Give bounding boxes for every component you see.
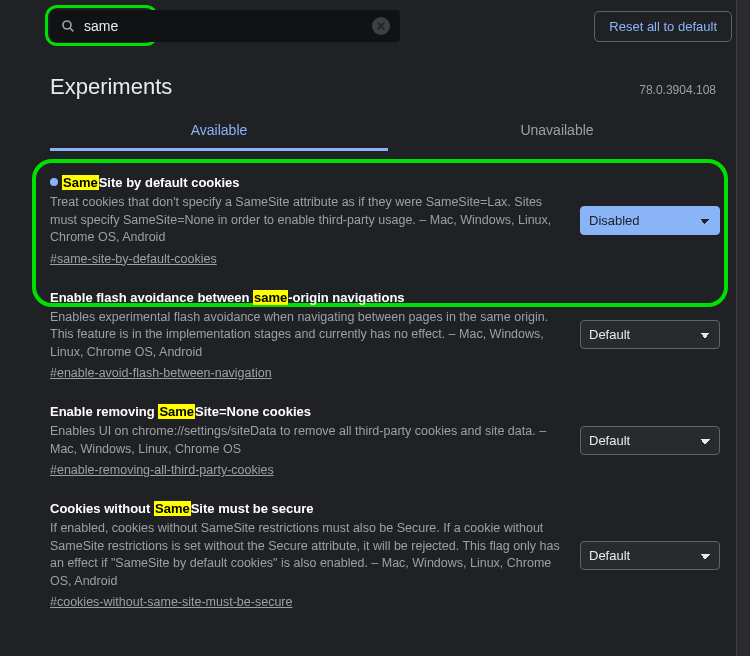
flag-title: Cookies without SameSite must be secure [50, 501, 560, 516]
flag-description: Enables experimental flash avoidance whe… [50, 309, 560, 362]
flag-description: Treat cookies that don't specify a SameS… [50, 194, 560, 247]
flag-title-pre: Cookies without [50, 501, 154, 516]
flag-title-pre: Enable flash avoidance between [50, 290, 253, 305]
flag-title: Enable flash avoidance between same-orig… [50, 290, 560, 305]
search-highlight: Same [158, 404, 195, 419]
content-area: Experiments 78.0.3904.108 Available Unav… [0, 52, 750, 621]
flag-title: SameSite by default cookies [50, 175, 560, 190]
flag-select-wrap: DefaultEnabledDisabled [580, 426, 720, 455]
flag-title-post: Site=None cookies [195, 404, 311, 419]
modified-dot-icon [50, 178, 58, 186]
search-highlight: same [253, 290, 288, 305]
flag-state-select[interactable]: DefaultEnabledDisabled [580, 541, 720, 570]
search-field-wrap [50, 10, 400, 42]
flag-body: Cookies without SameSite must be secureI… [50, 501, 560, 609]
flag-body: SameSite by default cookiesTreat cookies… [50, 175, 560, 266]
search-highlight: Same [62, 175, 99, 190]
flag-title-post: Site must be secure [191, 501, 314, 516]
flag-description: If enabled, cookies without SameSite res… [50, 520, 560, 590]
flag-hash-link[interactable]: #cookies-without-same-site-must-be-secur… [50, 595, 292, 609]
flag-title-post: Site by default cookies [99, 175, 240, 190]
tabs: Available Unavailable [50, 110, 726, 151]
scrollbar-track[interactable] [736, 0, 750, 656]
reset-all-button[interactable]: Reset all to default [594, 11, 732, 42]
tab-available[interactable]: Available [50, 110, 388, 151]
tab-unavailable[interactable]: Unavailable [388, 110, 726, 151]
flag-select-wrap: DefaultEnabledDisabled [580, 206, 720, 235]
flag-title-pre: Enable removing [50, 404, 158, 419]
flag-state-select[interactable]: DefaultEnabledDisabled [580, 206, 720, 235]
search-input[interactable] [84, 18, 372, 34]
flag-row: Cookies without SameSite must be secureI… [50, 489, 726, 621]
header-row: Experiments 78.0.3904.108 [50, 74, 726, 100]
flag-hash-link[interactable]: #enable-removing-all-third-party-cookies [50, 463, 274, 477]
search-icon [60, 18, 76, 34]
flag-body: Enable flash avoidance between same-orig… [50, 290, 560, 381]
svg-point-0 [63, 21, 71, 29]
flag-select-wrap: DefaultEnabledDisabled [580, 320, 720, 349]
svg-line-1 [70, 28, 73, 31]
flags-list: SameSite by default cookiesTreat cookies… [50, 163, 726, 621]
search-highlight: Same [154, 501, 191, 516]
flag-description: Enables UI on chrome://settings/siteData… [50, 423, 560, 458]
flag-row: Enable flash avoidance between same-orig… [50, 278, 726, 393]
flag-state-select[interactable]: DefaultEnabledDisabled [580, 320, 720, 349]
flag-row: Enable removing SameSite=None cookiesEna… [50, 392, 726, 489]
flag-title: Enable removing SameSite=None cookies [50, 404, 560, 419]
flag-hash-link[interactable]: #same-site-by-default-cookies [50, 252, 217, 266]
flag-row: SameSite by default cookiesTreat cookies… [50, 163, 726, 278]
flag-select-wrap: DefaultEnabledDisabled [580, 541, 720, 570]
version-label: 78.0.3904.108 [639, 83, 726, 97]
clear-search-icon[interactable] [372, 17, 390, 35]
page-title: Experiments [50, 74, 172, 100]
flag-state-select[interactable]: DefaultEnabledDisabled [580, 426, 720, 455]
flag-title-post: -origin navigations [288, 290, 404, 305]
flag-body: Enable removing SameSite=None cookiesEna… [50, 404, 560, 477]
flag-hash-link[interactable]: #enable-avoid-flash-between-navigation [50, 366, 272, 380]
top-bar: Reset all to default [0, 0, 750, 52]
